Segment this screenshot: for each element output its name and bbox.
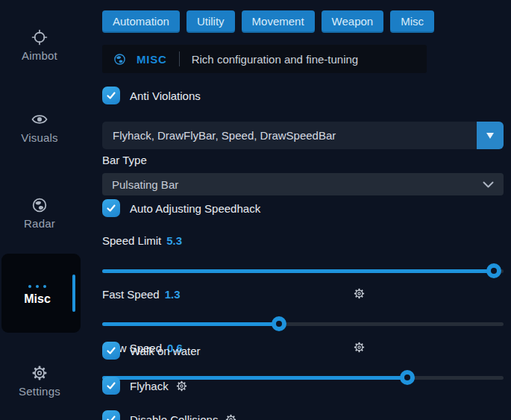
bar-type-label: Bar Type bbox=[102, 154, 504, 166]
bar-type-dropdown[interactable]: Pulsating Bar bbox=[102, 173, 504, 195]
section-subtitle: Rich configuration and fine-tuning bbox=[192, 53, 358, 66]
section-title: MISC bbox=[137, 53, 167, 66]
content-panel: Automation Utility Movement Weapon Misc … bbox=[102, 0, 504, 420]
tab-misc[interactable]: Misc bbox=[390, 10, 434, 33]
crosshair-icon bbox=[31, 28, 48, 46]
flyhack-row: Flyhack bbox=[102, 376, 504, 395]
auto-adjusting-row: Auto Adjusting Speedhack bbox=[102, 198, 504, 218]
sidebar: Aimbot Visuals Radar Misc Settings bbox=[0, 0, 84, 420]
checkbox-label: Auto Adjusting Speedhack bbox=[130, 202, 260, 215]
walk-on-water-checkbox[interactable] bbox=[102, 342, 120, 360]
fast-speed-label-row: Fast Speed 1.3 bbox=[102, 287, 504, 301]
speed-limit-slider[interactable] bbox=[102, 269, 504, 273]
checkbox-label: Flyhack bbox=[130, 380, 169, 392]
gear-icon[interactable] bbox=[175, 380, 188, 392]
slider-label: Fast Speed bbox=[102, 288, 160, 301]
anti-violations-checkbox[interactable] bbox=[102, 87, 120, 104]
bar-multiselect[interactable]: Flyhack, DrawFlyBar, Speed, DrawSpeedBar bbox=[102, 122, 504, 149]
sidebar-item-label: Misc bbox=[1, 292, 73, 306]
check-icon bbox=[106, 414, 116, 420]
check-icon bbox=[106, 203, 116, 213]
ellipsis-icon bbox=[1, 278, 73, 291]
category-tabs: Automation Utility Movement Weapon Misc bbox=[102, 10, 504, 33]
tab-automation[interactable]: Automation bbox=[102, 10, 180, 33]
dropdown-value: Pulsating Bar bbox=[112, 178, 483, 191]
sidebar-item-label: Settings bbox=[19, 385, 60, 398]
sidebar-item-settings[interactable]: Settings bbox=[0, 364, 79, 398]
anti-violations-row: Anti Violations bbox=[102, 86, 504, 105]
gear-icon[interactable] bbox=[225, 413, 237, 420]
eye-icon bbox=[31, 110, 48, 128]
slider-value: 5.3 bbox=[166, 234, 182, 247]
auto-adjusting-checkbox[interactable] bbox=[102, 199, 120, 217]
slider-value: 1.3 bbox=[165, 288, 181, 301]
check-icon bbox=[106, 90, 116, 101]
gear-icon[interactable] bbox=[353, 287, 366, 300]
disable-collisions-row: Disable Collisions bbox=[102, 410, 504, 420]
disable-collisions-checkbox[interactable] bbox=[102, 410, 120, 420]
walk-on-water-row: Walk on water bbox=[102, 341, 504, 360]
globe-icon bbox=[31, 196, 48, 214]
tab-weapon[interactable]: Weapon bbox=[322, 10, 384, 33]
sidebar-item-label: Visuals bbox=[21, 131, 57, 144]
checkbox-label: Anti Violations bbox=[130, 90, 201, 102]
check-icon bbox=[106, 345, 116, 356]
sidebar-item-label: Aimbot bbox=[22, 49, 57, 62]
sidebar-item-misc-selected[interactable]: Misc bbox=[1, 254, 81, 333]
slider-knob[interactable] bbox=[486, 263, 501, 278]
slider-fill bbox=[102, 322, 279, 326]
chevron-down-icon bbox=[483, 181, 494, 188]
section-header: MISC Rich configuration and fine-tuning bbox=[102, 45, 427, 73]
slider-knob[interactable] bbox=[272, 316, 286, 331]
slider-label: Speed Limit bbox=[102, 234, 161, 247]
triangle-down-icon bbox=[486, 132, 495, 140]
fast-speed-slider[interactable] bbox=[102, 322, 504, 326]
active-indicator-bar bbox=[72, 275, 75, 312]
checkbox-label: Disable Collisions bbox=[130, 413, 218, 420]
mod-menu-window: { "sidebar": { "items": [ {"label": "Aim… bbox=[0, 0, 511, 420]
checkbox-label: Walk on water bbox=[130, 345, 200, 357]
sidebar-item-aimbot[interactable]: Aimbot bbox=[0, 28, 79, 63]
check-icon bbox=[106, 380, 116, 391]
gear-icon bbox=[31, 364, 48, 382]
sidebar-item-visuals[interactable]: Visuals bbox=[0, 110, 79, 145]
multiselect-open-button[interactable] bbox=[477, 122, 504, 149]
header-divider bbox=[179, 51, 180, 66]
globe-icon bbox=[113, 52, 127, 66]
sidebar-item-radar[interactable]: Radar bbox=[0, 196, 79, 231]
flyhack-checkbox[interactable] bbox=[102, 377, 120, 395]
slider-fill bbox=[102, 269, 494, 273]
speed-limit-label-row: Speed Limit 5.3 bbox=[102, 233, 504, 247]
multiselect-value[interactable]: Flyhack, DrawFlyBar, Speed, DrawSpeedBar bbox=[102, 122, 477, 149]
tab-utility[interactable]: Utility bbox=[186, 10, 235, 33]
tab-movement[interactable]: Movement bbox=[242, 10, 315, 33]
sidebar-item-label: Radar bbox=[24, 217, 55, 230]
